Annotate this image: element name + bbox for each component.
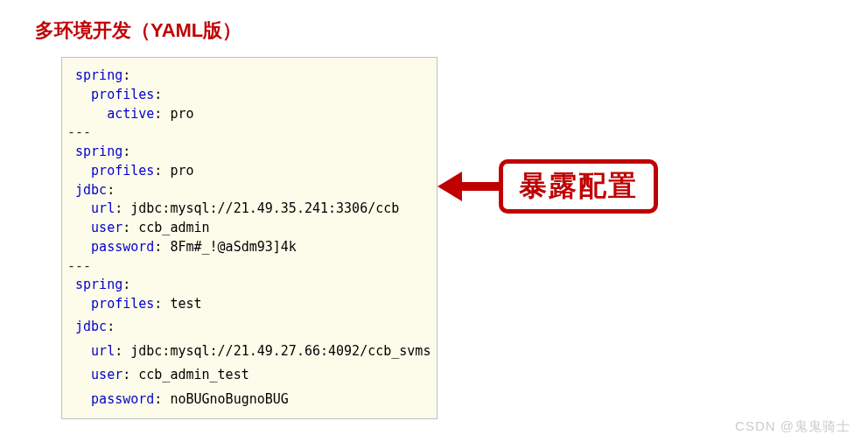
yaml-key: user (91, 367, 122, 382)
yaml-key: spring (75, 144, 122, 159)
yaml-key: url (91, 200, 115, 216)
yaml-value: jdbc:mysql://21.49.35.241:3306/ccb (130, 200, 399, 216)
yaml-value: jdbc:mysql://21.49.27.66:4092/ccb_svms (130, 343, 430, 359)
section-title: 多环境开发（YAML版） (35, 18, 868, 44)
arrow-left-icon (438, 172, 499, 201)
watermark-text: CSDN @鬼鬼骑士 (735, 418, 850, 435)
yaml-value: noBUGnoBugnoBUG (170, 391, 288, 407)
yaml-value: 8Fm#_!@aSdm93]4k (170, 239, 297, 255)
callout-group: 暴露配置 (438, 159, 658, 214)
yaml-key: user (91, 220, 122, 235)
yaml-key: profiles (91, 296, 154, 312)
yaml-value: pro (170, 163, 193, 179)
yaml-value: test (170, 296, 201, 312)
yaml-code-block: spring: profiles: active: pro --- spring… (61, 57, 438, 419)
yaml-key: profiles (91, 163, 154, 179)
yaml-key: spring (75, 67, 122, 83)
yaml-value: pro (170, 106, 193, 122)
yaml-key: jdbc (75, 319, 107, 334)
callout-label: 暴露配置 (499, 159, 658, 214)
yaml-separator: --- (67, 124, 91, 140)
yaml-key: password (91, 239, 154, 255)
yaml-key: profiles (91, 87, 154, 102)
yaml-key: url (91, 343, 115, 359)
yaml-value: ccb_admin (138, 220, 209, 235)
yaml-key: active (107, 106, 154, 122)
yaml-key: jdbc (75, 182, 107, 198)
yaml-key: spring (75, 277, 122, 292)
yaml-value: ccb_admin_test (138, 367, 248, 382)
yaml-separator: --- (67, 258, 91, 274)
yaml-key: password (91, 391, 154, 407)
